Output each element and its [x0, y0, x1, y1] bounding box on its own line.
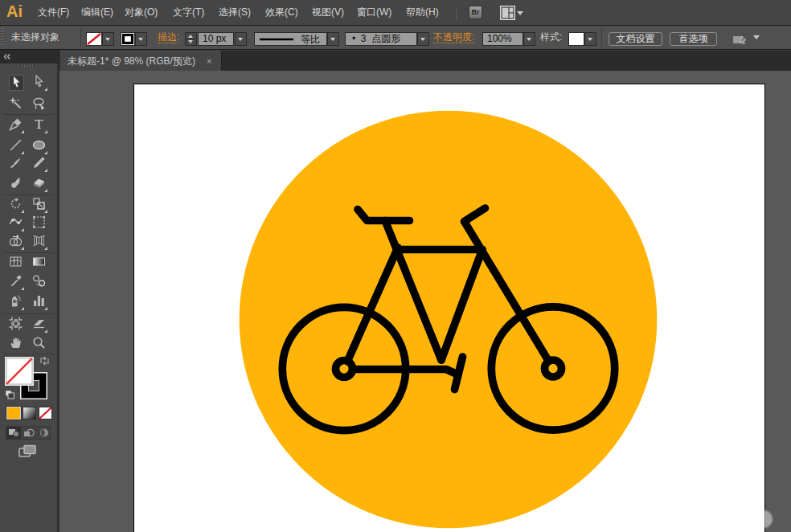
svg-text:等比: 等比 [301, 34, 320, 45]
svg-text:T: T [35, 117, 43, 131]
